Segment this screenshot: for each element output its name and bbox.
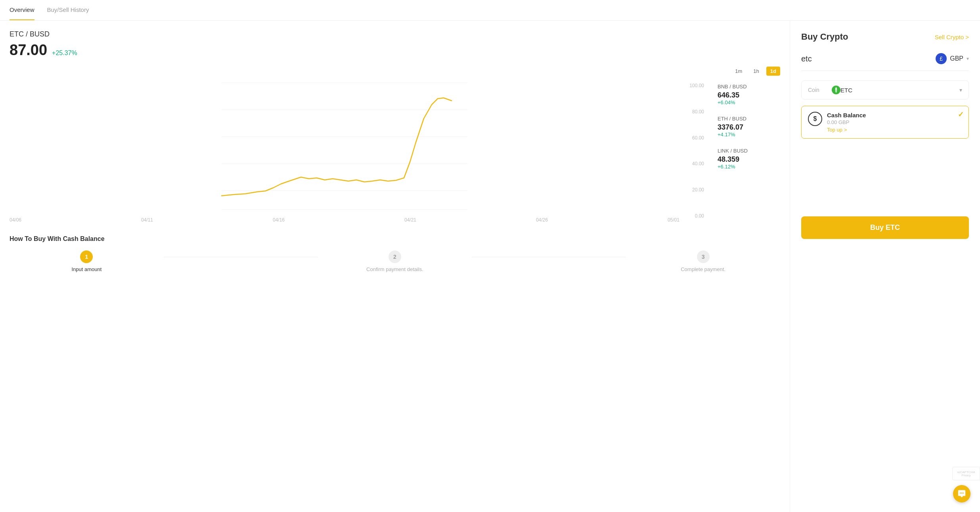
y-label-3: 60.00 xyxy=(684,135,704,141)
cash-info: Cash Balance 0.00 GBP Top up > xyxy=(827,112,866,133)
step-3: 3 Complete payment. xyxy=(626,250,780,272)
y-label-4: 40.00 xyxy=(684,161,704,166)
ticker-list: BNB / BUSD 646.35 +6.04% ETH / BUSD 3376… xyxy=(709,79,780,223)
y-label-6: 0.00 xyxy=(684,213,704,219)
x-label-3: 04/16 xyxy=(273,217,285,223)
timeframe-buttons: 1m 1h 1d xyxy=(10,67,780,76)
steps-row: 1 Input amount 2 Confirm payment details… xyxy=(10,250,780,272)
coin-chevron-icon: ▾ xyxy=(959,87,962,93)
y-label-5: 20.00 xyxy=(684,187,704,193)
y-label-2: 80.00 xyxy=(684,109,704,115)
ticker-link-change: +6.12% xyxy=(718,164,776,170)
price-value: 87.00 xyxy=(10,42,47,59)
step-3-circle: 3 xyxy=(697,250,710,263)
right-panel: Buy Crypto Sell Crypto > £ GBP ▾ Coin xyxy=(790,21,980,512)
x-label-5: 04/26 xyxy=(536,217,548,223)
ticker-eth-change: +4.17% xyxy=(718,132,776,138)
tf-1d[interactable]: 1d xyxy=(766,67,780,76)
x-label-2: 04/11 xyxy=(141,217,153,223)
how-to-buy-title: How To Buy With Cash Balance xyxy=(10,235,780,243)
svg-point-11 xyxy=(963,493,964,494)
how-to-buy-section: How To Buy With Cash Balance 1 Input amo… xyxy=(10,235,780,272)
price-chart xyxy=(10,79,679,214)
svg-point-9 xyxy=(960,493,961,494)
step-2: 2 Confirm payment details. xyxy=(318,250,472,272)
x-label-4: 04/21 xyxy=(404,217,416,223)
coin-selector[interactable]: Coin ETC ▾ xyxy=(801,80,969,99)
ticker-bnb[interactable]: BNB / BUSD 646.35 +6.04% xyxy=(714,79,780,110)
dollar-icon: $ xyxy=(808,112,822,126)
chat-icon xyxy=(957,489,966,498)
coin-label: Coin xyxy=(808,87,832,93)
recaptcha-subtext: Privacy xyxy=(955,474,977,477)
step-line-1 xyxy=(164,257,318,257)
tf-1m[interactable]: 1m xyxy=(731,67,746,76)
step-2-label: Confirm payment details. xyxy=(366,266,423,272)
pair-label: ETC / BUSD xyxy=(10,30,780,38)
ticker-bnb-price: 646.35 xyxy=(718,91,776,99)
chart-wrap: 04/06 04/11 04/16 04/21 04/26 05/01 100.… xyxy=(10,79,780,223)
cash-balance-title: Cash Balance xyxy=(827,112,866,118)
tabs-bar: Overview Buy/Sell History xyxy=(0,0,980,21)
chart-xaxis: 04/06 04/11 04/16 04/21 04/26 05/01 xyxy=(10,215,679,223)
ticker-link-name: LINK / BUSD xyxy=(718,148,776,154)
chart-svg-area: 04/06 04/11 04/16 04/21 04/26 05/01 xyxy=(10,79,679,223)
buy-sell-header: Buy Crypto Sell Crypto > xyxy=(801,32,969,42)
ticker-bnb-change: +6.04% xyxy=(718,99,776,105)
chat-fab[interactable] xyxy=(953,485,970,502)
ticker-eth-name: ETH / BUSD xyxy=(718,116,776,122)
chevron-down-icon: ▾ xyxy=(967,56,969,61)
price-row: 87.00 +25.37% xyxy=(10,42,780,59)
y-label-1: 100.00 xyxy=(684,83,704,88)
currency-gbp-icon: £ xyxy=(936,53,947,64)
step-3-label: Complete payment. xyxy=(681,266,725,272)
etc-coin-icon xyxy=(832,86,840,94)
ticker-link[interactable]: LINK / BUSD 48.359 +6.12% xyxy=(714,143,780,174)
tf-1h[interactable]: 1h xyxy=(749,67,763,76)
currency-row: £ GBP ▾ xyxy=(801,53,969,71)
step-2-circle: 2 xyxy=(389,250,401,263)
step-1: 1 Input amount xyxy=(10,250,164,272)
currency-name: GBP xyxy=(950,55,963,62)
cash-balance-amount: 0.00 GBP xyxy=(827,119,866,125)
step-line-2 xyxy=(472,257,626,257)
x-label-6: 05/01 xyxy=(668,217,679,223)
ticker-eth[interactable]: ETH / BUSD 3376.07 +4.17% xyxy=(714,111,780,142)
sell-crypto-link[interactable]: Sell Crypto > xyxy=(935,34,969,40)
cash-balance-card[interactable]: $ Cash Balance 0.00 GBP Top up > xyxy=(801,106,969,139)
page: Overview Buy/Sell History ETC / BUSD 87.… xyxy=(0,0,980,512)
svg-point-10 xyxy=(961,493,963,494)
chart-yaxis: 100.00 80.00 60.00 40.00 20.00 0.00 xyxy=(684,79,704,223)
ticker-bnb-name: BNB / BUSD xyxy=(718,84,776,90)
recaptcha-text: reCAPTCHA xyxy=(955,470,977,474)
ticker-eth-price: 3376.07 xyxy=(718,123,776,132)
coin-value: ETC xyxy=(840,87,959,94)
currency-icon-label: £ xyxy=(940,55,943,62)
tab-history[interactable]: Buy/Sell History xyxy=(47,0,89,20)
chart-container: 1m 1h 1d xyxy=(10,67,780,223)
price-change: +25.37% xyxy=(52,50,77,57)
ticker-link-price: 48.359 xyxy=(718,155,776,164)
step-1-label: Input amount xyxy=(71,266,101,272)
crypto-amount-input[interactable] xyxy=(801,54,849,63)
left-panel: ETC / BUSD 87.00 +25.37% 1m 1h 1d xyxy=(0,21,790,512)
top-up-link[interactable]: Top up > xyxy=(827,127,866,133)
x-label-1: 04/06 xyxy=(10,217,21,223)
step-1-circle: 1 xyxy=(80,250,93,263)
main-content: ETC / BUSD 87.00 +25.37% 1m 1h 1d xyxy=(0,21,980,512)
currency-select[interactable]: £ GBP ▾ xyxy=(936,53,969,64)
buy-etc-button[interactable]: Buy ETC xyxy=(801,216,969,239)
recaptcha-badge: reCAPTCHA Privacy xyxy=(952,467,980,480)
tab-overview[interactable]: Overview xyxy=(10,0,34,20)
buy-title: Buy Crypto xyxy=(801,32,848,42)
